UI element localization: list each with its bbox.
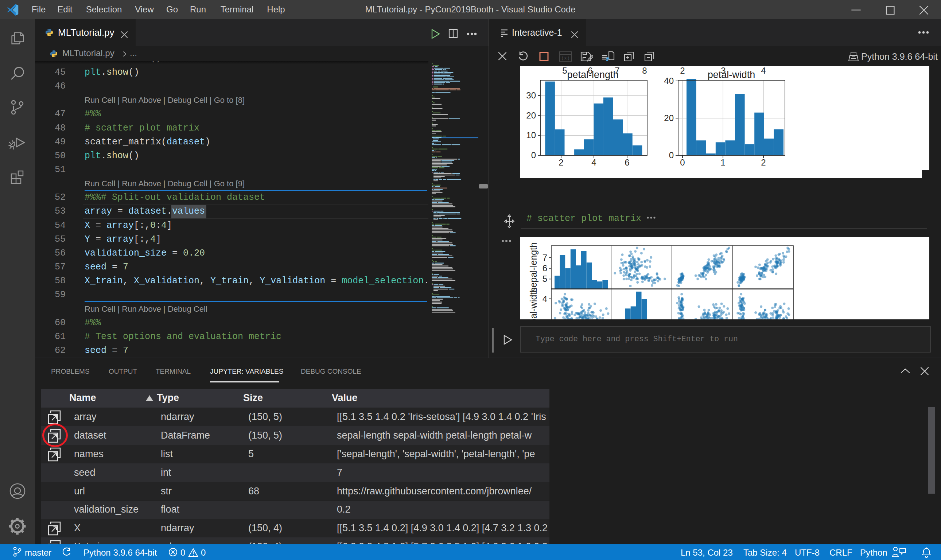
- svg-text:5: 5: [543, 274, 547, 284]
- svg-text:7: 7: [543, 253, 547, 263]
- svg-text:4: 4: [543, 294, 547, 304]
- svg-text:10: 10: [526, 130, 536, 140]
- svg-text:6: 6: [624, 157, 629, 167]
- svg-text:4: 4: [591, 157, 596, 167]
- svg-text:1: 1: [720, 157, 725, 167]
- svg-text:petal-length: petal-length: [567, 69, 618, 80]
- svg-text:sepal-width: sepal-width: [528, 287, 538, 319]
- svg-text:40: 40: [664, 76, 674, 86]
- svg-text:2: 2: [558, 157, 563, 167]
- svg-text:20: 20: [664, 113, 674, 123]
- svg-text:0: 0: [669, 150, 674, 160]
- svg-text:2: 2: [680, 66, 685, 75]
- svg-text:5: 5: [562, 66, 567, 75]
- svg-text:30: 30: [526, 91, 536, 100]
- svg-text:0: 0: [531, 150, 536, 160]
- svg-text:8: 8: [642, 66, 647, 75]
- svg-text:2: 2: [761, 157, 766, 167]
- svg-text:sepal-length: sepal-length: [528, 242, 538, 292]
- svg-text:petal-width: petal-width: [708, 69, 755, 80]
- svg-text:4: 4: [761, 66, 766, 75]
- svg-text:6: 6: [543, 263, 547, 273]
- svg-text:20: 20: [526, 111, 536, 120]
- svg-text:(x): (x): [561, 55, 569, 61]
- svg-text:0: 0: [680, 157, 685, 167]
